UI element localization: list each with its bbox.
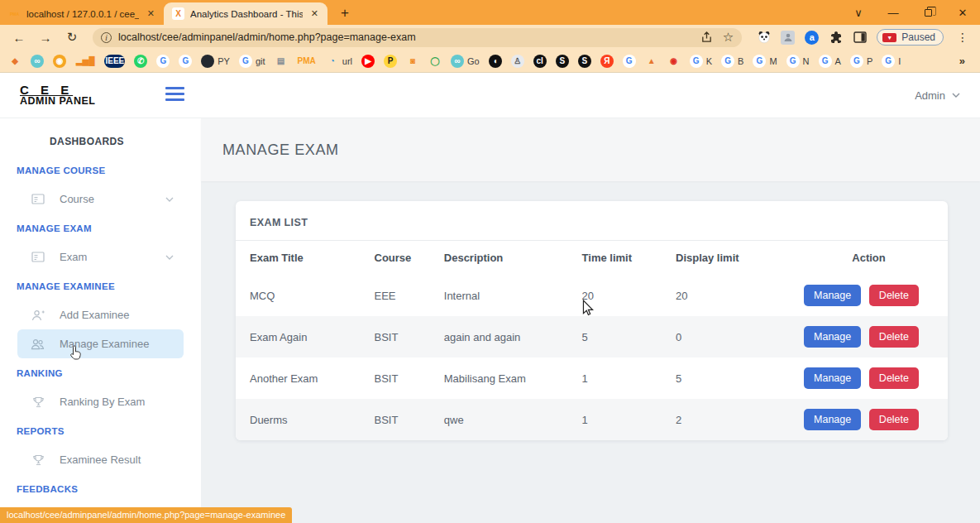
tab-phpmyadmin[interactable]: PMA localhost / 127.0.0.1 / cee_db / fe … [0,2,164,25]
bookmark-favicon: G [882,55,895,68]
sidebar-toggle-button[interactable] [165,87,184,101]
bookmark-item[interactable]: ◙ [406,55,419,68]
a-extension-icon[interactable]: a [805,31,819,45]
bookmark-item[interactable]: S [578,55,591,68]
side-panel-icon[interactable] [853,31,867,45]
bookmark-item[interactable]: ▶ [361,55,375,68]
bookmark-item[interactable]: G [623,55,636,68]
person-extension-icon[interactable] [781,31,795,45]
site-info-icon[interactable]: i [101,32,112,43]
manage-button[interactable]: Manage [804,409,861,430]
bookmark-item[interactable]: ♙ [511,55,524,68]
bookmark-item[interactable]: ▤ [275,55,288,68]
close-button[interactable]: ✕ [945,0,980,25]
forward-button[interactable]: → [35,31,56,45]
tab-close-icon[interactable]: ✕ [145,8,157,19]
bookmark-item[interactable]: ◔ url [326,55,352,68]
sidebar-item-add-examinee[interactable]: Add Examinee [17,300,184,329]
sidebar-section-reports: REPORTS [0,426,65,436]
bookmark-item[interactable]: cl [533,55,547,68]
bookmark-item[interactable]: G P [850,55,872,68]
bookmark-item[interactable]: ◉ [667,55,681,68]
bookmark-item[interactable]: G A [819,55,841,68]
tab-search-chevron-icon[interactable]: ∨ [841,0,876,25]
sidebar-item-manage-examinee[interactable]: Manage Examinee [17,329,184,358]
bookmark-item[interactable]: G [179,55,192,68]
bookmark-item[interactable]: G N [786,55,810,68]
bookmark-favicon: G [623,55,636,68]
bookmark-item[interactable]: G [156,55,170,68]
delete-button[interactable]: Delete [869,409,919,430]
delete-button[interactable]: Delete [869,285,919,306]
bookmark-item[interactable]: ◖ [489,55,502,68]
minimize-button[interactable]: — [876,0,911,25]
bookmark-favicon: G [179,55,192,68]
cell-display-limit: 5 [662,357,790,399]
bookmark-item[interactable]: P [384,55,397,68]
delete-button[interactable]: Delete [869,326,919,348]
bookmark-star-icon[interactable]: ☆ [723,30,734,45]
sidebar: DASHBOARDS MANAGE COURSE Course MANAGE E… [0,118,201,523]
bookmark-item[interactable]: G B [721,55,743,68]
sidebar-item-ranking-by-exam[interactable]: Ranking By Exam [17,387,184,416]
restore-button[interactable] [911,0,945,25]
manage-button[interactable]: Manage [804,367,861,389]
new-tab-button[interactable]: + [341,5,349,22]
bookmark-item[interactable]: G K [690,55,712,68]
bookmark-label: M [769,56,777,66]
bookmark-item[interactable]: G I [882,55,901,68]
chevron-down-icon [165,197,174,202]
bookmark-item[interactable]: ∞ [31,55,44,68]
bookmark-item[interactable]: Я [600,55,614,68]
bookmark-item[interactable]: IEEE [104,55,125,68]
bookmark-item[interactable]: PMA [297,55,317,68]
delete-button[interactable]: Delete [869,367,919,389]
card-icon [31,194,45,204]
bookmark-item[interactable]: ▲ [645,55,658,68]
manage-button[interactable]: Manage [804,285,861,306]
bookmark-item[interactable]: ◆ [8,55,22,68]
card-icon [31,252,45,262]
restore-icon [925,9,932,17]
bookmark-item[interactable]: S [556,55,569,68]
tab-close-icon[interactable]: ✕ [308,8,321,19]
bookmark-favicon: ◆ [8,55,22,68]
tab-analytics-dashboard[interactable]: X Analytics Dashboard - This is an ✕ [164,2,327,25]
cell-time-limit: 1 [568,357,662,399]
bookmark-label: B [738,56,743,66]
sidebar-item-course[interactable]: Course [17,185,184,214]
manage-button[interactable]: Manage [804,326,861,348]
sidebar-item-label: Manage Examinee [60,338,149,350]
download-paused-pill[interactable]: ▼ Paused [877,29,944,46]
bookmark-item[interactable]: ◯ [428,55,442,68]
share-icon[interactable] [700,31,713,44]
bookmark-item[interactable]: ◉ [53,55,66,68]
cell-description: qwe [430,399,568,440]
bookmark-favicon: Я [600,55,614,68]
url-text[interactable]: localhost/cee/adminpanel/admin/home.php?… [118,31,694,43]
bookmark-item[interactable]: G M [753,55,777,68]
extensions-puzzle-icon[interactable] [829,31,843,45]
back-button[interactable]: ← [8,31,30,45]
bookmarks-bar: ◆ ∞ ◉ ▂▅█ IEEE ✆ G [0,50,980,73]
bookmark-favicon: ▂▅█ [75,55,95,68]
cee-logo[interactable]: C E E ADMIN PANEL [20,84,95,108]
sidebar-item-exam[interactable]: Exam [17,242,184,271]
bookmark-favicon: cl [533,55,547,68]
sidebar-item-examinee-result[interactable]: Examinee Result [17,445,184,474]
bookmark-item[interactable]: ✆ [134,55,147,68]
bookmark-label: K [706,56,712,66]
address-bar[interactable]: i localhost/cee/adminpanel/admin/home.ph… [93,28,742,47]
extension-icons: a ▼ Paused ⋮ [752,29,973,46]
bookmark-item[interactable]: G git [239,55,265,68]
col-exam-title: Exam Title [236,241,361,275]
bookmark-item[interactable]: ∞ Go [451,55,480,68]
bookmark-item[interactable]: ▂▅█ [75,55,95,68]
panda-extension-icon[interactable] [757,31,771,45]
paused-label: Paused [901,31,935,43]
reload-button[interactable]: ↻ [61,30,83,45]
admin-dropdown[interactable]: Admin [915,89,960,102]
browser-menu-icon[interactable]: ⋮ [957,31,968,44]
bookmarks-overflow-icon[interactable]: » [959,55,965,67]
bookmark-item[interactable]: PY [201,55,230,68]
